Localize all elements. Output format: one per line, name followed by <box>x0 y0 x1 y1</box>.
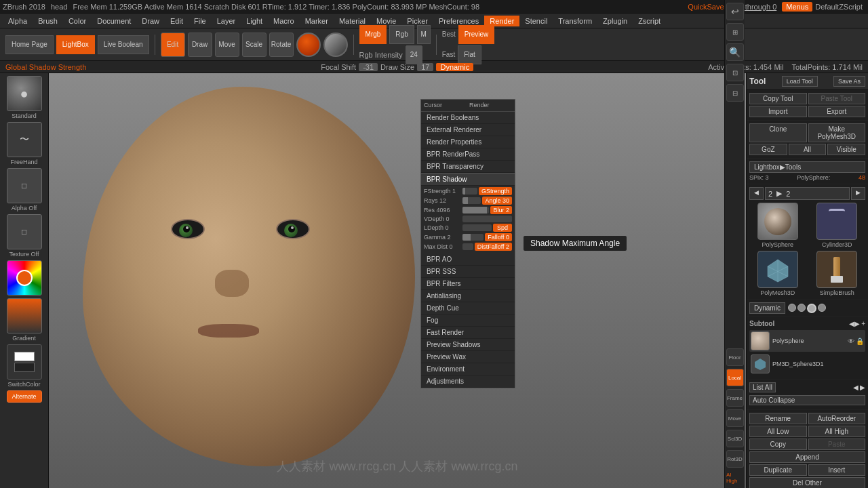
menu-alpha[interactable]: Alpha <box>3 16 33 26</box>
preview-button[interactable]: Preview <box>458 25 495 44</box>
make-polymesh-btn[interactable]: Make PolyMesh3D <box>808 123 866 142</box>
gstrength-btn[interactable]: GStrength <box>479 187 512 195</box>
menu-light[interactable]: Light <box>241 16 268 26</box>
bpr-transparency-item[interactable]: BPR Transparency <box>421 161 515 173</box>
menu-transform[interactable]: Transform <box>553 16 597 26</box>
render-booleans-item[interactable]: Render Booleans <box>421 112 515 124</box>
canvas-area[interactable]: 人人素材 www.rrcg.cn 人人素材 www.rrcg.cn Shadow… <box>49 73 746 488</box>
alternate-tool[interactable]: Alternate <box>4 390 45 403</box>
append-btn[interactable]: Append <box>749 451 865 463</box>
menu-macro[interactable]: Macro <box>268 16 300 26</box>
menu-zplugin[interactable]: Zplugin <box>597 16 633 26</box>
list-all-btn[interactable]: List All <box>749 382 776 392</box>
subtool-add-btn[interactable]: + <box>861 320 865 327</box>
move-3d-btn[interactable]: Move <box>726 409 744 427</box>
bpr-renderpass-item[interactable]: BPR RenderPass <box>421 148 515 161</box>
save-as-btn[interactable]: Save As <box>833 76 865 87</box>
spd-btn[interactable]: Spd <box>493 224 512 232</box>
rename-btn[interactable]: Rename <box>749 413 807 424</box>
preview-shadows-item[interactable]: Preview Shadows <box>421 339 515 351</box>
import-btn[interactable]: Import <box>749 106 807 117</box>
actual-icon[interactable]: ⊡ <box>726 64 744 81</box>
polymesh3d-thumb[interactable]: PolyMesh3D <box>749 251 806 296</box>
local-btn[interactable]: Local <box>726 369 744 386</box>
color-picker[interactable] <box>4 260 45 296</box>
all-btn[interactable]: All <box>789 144 827 155</box>
menu-edit[interactable]: Edit <box>165 16 189 26</box>
eye-icon[interactable]: 👁 <box>848 338 854 345</box>
default-script-btn[interactable]: DefaultZScript <box>815 3 863 11</box>
move-button[interactable]: Move <box>215 33 239 57</box>
menu-document[interactable]: Document <box>92 16 136 26</box>
quicksave-btn[interactable]: QuickSave <box>688 3 724 11</box>
angle-btn[interactable]: Angle 30 <box>482 197 512 205</box>
auto-reorder-btn[interactable]: AutoReorder <box>808 413 866 424</box>
zoom-icon[interactable]: 🔍 <box>726 43 744 61</box>
paste-tool-btn[interactable]: Paste Tool <box>808 93 866 104</box>
external-renderer-item[interactable]: External Renderer <box>421 124 515 136</box>
lock-icon[interactable]: 🔒 <box>856 338 864 345</box>
ai-high-label[interactable]: AI High <box>725 470 745 485</box>
falloff-btn[interactable]: Falloff 0 <box>485 233 512 241</box>
auto-collapse-btn[interactable]: Auto Collapse <box>749 395 865 405</box>
render-preview-sphere[interactable] <box>323 33 348 57</box>
rotate-button[interactable]: Rotate <box>269 33 294 57</box>
texture-off[interactable]: □ Texture Off <box>4 214 45 258</box>
edit-button[interactable]: Edit <box>161 33 185 57</box>
flat-button[interactable]: Flat <box>458 45 481 64</box>
copy-tool-btn[interactable]: Copy Tool <box>749 93 807 104</box>
draw-button[interactable]: Draw <box>188 33 212 57</box>
frame-btn[interactable]: Frame <box>726 389 744 407</box>
fog-item[interactable]: Fog <box>421 314 515 327</box>
menu-file[interactable]: File <box>189 16 212 26</box>
visible-btn[interactable]: Visible <box>827 144 865 155</box>
rgb-button[interactable]: Rgb <box>389 25 414 44</box>
list-prev-btn[interactable]: ◀ <box>853 384 859 391</box>
m-button[interactable]: M <box>417 25 431 44</box>
environment-item[interactable]: Environment <box>421 363 515 375</box>
standard-brush[interactable]: ● Standard <box>4 76 45 119</box>
gradient-tool[interactable]: Gradient <box>4 298 45 342</box>
lightbox-tab[interactable]: LightBox <box>56 35 95 54</box>
depth-cue-item[interactable]: Depth Cue <box>421 302 515 314</box>
subtool-item-polysphere[interactable]: PolySphere 👁 🔒 <box>749 330 865 352</box>
blur-btn[interactable]: Blur 2 <box>490 206 512 214</box>
home-page-tab[interactable]: Home Page <box>5 35 54 54</box>
scroll-icon[interactable]: ⊞ <box>726 23 744 41</box>
menu-color[interactable]: Color <box>63 16 92 26</box>
polysphere-thumb[interactable]: PolySphere <box>749 203 806 248</box>
subtool-expand-btn[interactable]: ◀▶ <box>849 320 860 327</box>
menu-draw[interactable]: Draw <box>136 16 165 26</box>
persp-icon[interactable]: ⊟ <box>726 84 744 102</box>
bpr-ao-item[interactable]: BPR AO <box>421 253 515 266</box>
alpha-off[interactable]: □ Alpha Off <box>4 168 45 211</box>
scale-3d-btn[interactable]: Scl3D <box>726 430 744 447</box>
scroll-left-btn[interactable]: ◀ <box>749 187 764 200</box>
adjustments-item[interactable]: Adjustments <box>421 375 515 388</box>
menu-stencil[interactable]: Stencil <box>519 16 553 26</box>
rgb-intensity-val[interactable]: 24 <box>406 45 422 64</box>
antialiasing-item[interactable]: Antialiasing <box>421 290 515 302</box>
dynamic-label[interactable]: Dynamic <box>436 63 473 71</box>
scale-button[interactable]: Scale <box>242 33 267 57</box>
render-properties-item[interactable]: Render Properties <box>421 136 515 148</box>
scroll-right-btn[interactable]: ▶ <box>851 187 865 200</box>
material-sphere[interactable] <box>296 33 321 57</box>
all-low-btn[interactable]: All Low <box>749 426 807 437</box>
distfalloff-btn[interactable]: DistFalloff 2 <box>475 243 512 251</box>
simplebrush-thumb[interactable]: SimpleBrush <box>809 251 866 296</box>
menu-zscript[interactable]: Zscript <box>633 16 666 26</box>
bpr-sss-item[interactable]: BPR SSS <box>421 266 515 278</box>
insert-btn[interactable]: Insert <box>808 464 866 476</box>
rotate-3d-btn[interactable]: Rot3D <box>726 450 744 468</box>
copy-btn[interactable]: Copy <box>749 439 807 450</box>
cylinder3d-thumb[interactable]: Cylinder3D <box>809 203 866 248</box>
duplicate-btn[interactable]: Duplicate <box>749 464 807 476</box>
lightbox-tools-btn[interactable]: Lightbox▶Tools <box>749 161 865 173</box>
list-next-btn[interactable]: ▶ <box>860 384 865 391</box>
polysphere-count[interactable]: 48 <box>859 174 865 181</box>
export-btn[interactable]: Export <box>808 106 866 117</box>
preview-wax-item[interactable]: Preview Wax <box>421 351 515 363</box>
draw-size-val[interactable]: 17 <box>417 63 433 71</box>
menus-btn[interactable]: Menus <box>782 2 812 12</box>
